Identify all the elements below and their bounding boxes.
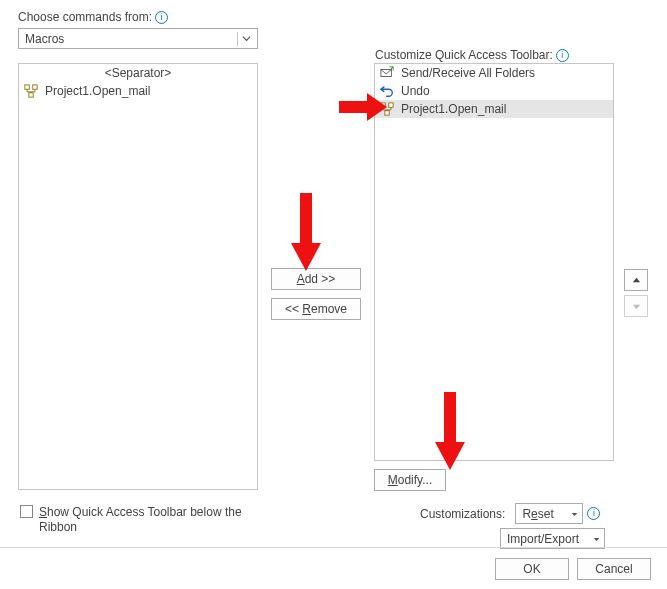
choose-commands-value: Macros — [25, 32, 64, 46]
ok-button[interactable]: OK — [495, 558, 569, 580]
svg-rect-4 — [381, 103, 385, 107]
choose-commands-dropdown[interactable]: Macros — [18, 28, 258, 49]
svg-rect-2 — [29, 93, 33, 97]
modify-button[interactable]: Modify... — [374, 469, 446, 491]
reset-dropdown[interactable]: Reset — [515, 503, 583, 524]
macro-icon — [379, 101, 395, 117]
import-export-value: Import/Export — [507, 532, 579, 546]
reset-value: Reset — [522, 507, 553, 521]
list-item[interactable]: Project1.Open_mail — [19, 82, 257, 100]
info-icon[interactable]: i — [587, 507, 600, 520]
info-icon[interactable]: i — [155, 11, 168, 24]
add-label: dd >> — [305, 272, 336, 286]
show-qat-below-label: Show Quick Access Toolbar below the Ribb… — [39, 505, 250, 535]
sendreceive-icon — [379, 65, 395, 81]
list-item-label: Undo — [401, 84, 430, 98]
remove-button[interactable]: << Remove — [271, 298, 361, 320]
show-qat-below-checkbox[interactable] — [20, 505, 33, 518]
choose-commands-label: Choose commands from: — [18, 10, 152, 24]
available-commands-list[interactable]: <Separator> Project1.Open_mail — [18, 63, 258, 490]
info-icon[interactable]: i — [556, 49, 569, 62]
move-up-button[interactable] — [624, 269, 648, 291]
undo-icon — [379, 83, 395, 99]
add-button[interactable]: Add >> — [271, 268, 361, 290]
macro-icon — [23, 83, 39, 99]
svg-rect-6 — [385, 111, 389, 115]
svg-rect-5 — [389, 103, 393, 107]
chevron-down-icon — [593, 532, 600, 546]
separator-label: <Separator> — [105, 66, 172, 80]
svg-rect-1 — [33, 85, 37, 89]
list-item[interactable]: Undo — [375, 82, 613, 100]
import-export-dropdown[interactable]: Import/Export — [500, 528, 605, 549]
chevron-down-icon — [237, 32, 253, 46]
separator-item[interactable]: <Separator> — [19, 64, 257, 82]
customizations-label: Customizations: — [420, 507, 505, 521]
svg-rect-0 — [25, 85, 29, 89]
list-item-label: Project1.Open_mail — [401, 102, 506, 116]
list-item-label: Send/Receive All Folders — [401, 66, 535, 80]
qat-commands-list[interactable]: Send/Receive All Folders Undo — [374, 63, 614, 461]
customize-qat-label: Customize Quick Access Toolbar: — [375, 48, 553, 62]
list-item[interactable]: Send/Receive All Folders — [375, 64, 613, 82]
chevron-down-icon — [571, 507, 578, 521]
cancel-button[interactable]: Cancel — [577, 558, 651, 580]
move-down-button[interactable] — [624, 295, 648, 317]
list-item-label: Project1.Open_mail — [45, 84, 150, 98]
list-item[interactable]: Project1.Open_mail — [375, 100, 613, 118]
